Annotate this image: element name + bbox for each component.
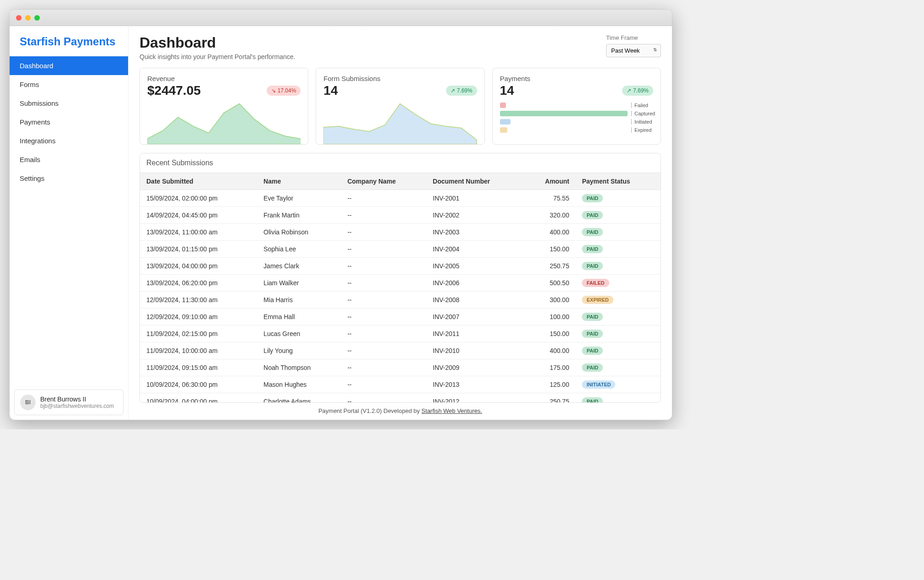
minimize-icon[interactable] [25, 15, 31, 21]
column-header: Payment Status [575, 173, 661, 190]
status-badge: PAID [582, 397, 602, 403]
card-title: Form Submissions [323, 75, 477, 82]
delta-badge: ↗ 7.69% [622, 86, 653, 96]
status-badge: PAID [582, 228, 602, 236]
card-forms: Form Submissions 14 ↗ 7.69% [316, 68, 484, 145]
column-header: Name [257, 173, 341, 190]
card-value: $2447.05 [147, 83, 201, 98]
table-row[interactable]: 14/09/2024, 04:45:00 pmFrank Martin--INV… [140, 207, 661, 224]
timeframe-select[interactable]: Past Week [606, 44, 661, 57]
status-badge: EXPIRED [582, 296, 613, 304]
titlebar [10, 10, 672, 26]
card-value: 14 [323, 83, 338, 98]
card-title: Revenue [147, 75, 301, 82]
sidebar-item-emails[interactable]: Emails [10, 150, 128, 169]
status-badge: PAID [582, 313, 602, 321]
timeframe-label: Time Frame [606, 34, 661, 41]
brand-logo: Starfish Payments [10, 26, 128, 56]
user-email: bjb@starfishwebventures.com [40, 403, 114, 409]
legend-bar [500, 103, 506, 108]
delta-badge: ↘ 17.04% [267, 86, 301, 96]
status-badge: INITIATED [582, 380, 615, 389]
table-row[interactable]: 12/09/2024, 09:10:00 amEmma Hall--INV-20… [140, 309, 661, 325]
trend-up-icon: ↗ [627, 87, 631, 94]
close-icon[interactable] [16, 15, 21, 21]
submissions-table: Date SubmittedNameCompany NameDocument N… [140, 173, 661, 403]
revenue-sparkline [147, 102, 301, 144]
table-row[interactable]: 10/09/2024, 04:00:00 pmCharlotte Adams--… [140, 393, 661, 403]
sidebar-item-dashboard[interactable]: Dashboard [10, 56, 128, 75]
payments-legend: FailedCapturedInitiatedExpired [500, 103, 653, 138]
footer: Payment Portal (V1.2.0) Developed by Sta… [140, 403, 661, 416]
forms-sparkline [323, 102, 477, 144]
delta-badge: ↗ 7.69% [446, 86, 477, 96]
status-badge: PAID [582, 262, 602, 270]
table-row[interactable]: 13/09/2024, 04:00:00 pmJames Clark--INV-… [140, 258, 661, 275]
status-badge: PAID [582, 194, 602, 202]
legend-row: Expired [500, 127, 653, 133]
column-header: Date Submitted [140, 173, 257, 190]
legend-label: Failed [631, 103, 653, 108]
table-row[interactable]: 13/09/2024, 06:20:00 pmLiam Walker--INV-… [140, 275, 661, 292]
status-badge: PAID [582, 211, 602, 219]
legend-row: Failed [500, 103, 653, 108]
table-row[interactable]: 11/09/2024, 10:00:00 amLily Young--INV-2… [140, 342, 661, 359]
page-subtitle: Quick insights into your Payment Portal'… [140, 53, 295, 60]
legend-label: Expired [631, 127, 653, 133]
legend-label: Initiated [631, 119, 653, 125]
card-payments: Payments 14 ↗ 7.69% FailedCapturedInitia… [492, 68, 661, 145]
status-badge: PAID [582, 363, 602, 372]
window-controls [16, 15, 40, 21]
column-header: Company Name [341, 173, 426, 190]
column-header: Amount [524, 173, 576, 190]
footer-link[interactable]: Starfish Web Ventures. [421, 407, 482, 414]
maximize-icon[interactable] [34, 15, 40, 21]
table-row[interactable]: 10/09/2024, 06:30:00 pmMason Hughes--INV… [140, 376, 661, 393]
sidebar: Starfish Payments DashboardFormsSubmissi… [10, 26, 129, 420]
sidebar-item-payments[interactable]: Payments [10, 113, 128, 131]
sidebar-item-integrations[interactable]: Integrations [10, 131, 128, 150]
legend-label: Captured [631, 111, 653, 116]
sidebar-item-submissions[interactable]: Submissions [10, 94, 128, 113]
user-card[interactable]: BI Brent Burrows II bjb@starfishwebventu… [14, 390, 124, 415]
nav: DashboardFormsSubmissionsPaymentsIntegra… [10, 56, 128, 385]
recent-submissions-panel: Recent Submissions Date SubmittedNameCom… [140, 153, 661, 403]
legend-bar [500, 119, 510, 125]
status-badge: PAID [582, 347, 602, 355]
table-row[interactable]: 12/09/2024, 11:30:00 amMia Harris--INV-2… [140, 292, 661, 309]
legend-bar [500, 127, 508, 133]
legend-row: Initiated [500, 119, 653, 125]
card-value: 14 [500, 83, 514, 98]
trend-down-icon: ↘ [271, 87, 276, 94]
legend-row: Captured [500, 111, 653, 116]
status-badge: PAID [582, 330, 602, 338]
page-title: Dashboard [140, 34, 295, 51]
card-title: Payments [500, 75, 653, 82]
table-row[interactable]: 13/09/2024, 01:15:00 pmSophia Lee--INV-2… [140, 241, 661, 258]
legend-bar [500, 111, 628, 116]
table-row[interactable]: 11/09/2024, 02:15:00 pmLucas Green--INV-… [140, 325, 661, 342]
user-name: Brent Burrows II [40, 396, 114, 403]
avatar: BI [20, 395, 36, 410]
sidebar-item-settings[interactable]: Settings [10, 169, 128, 188]
trend-up-icon: ↗ [451, 87, 455, 94]
panel-title: Recent Submissions [140, 153, 661, 173]
table-row[interactable]: 13/09/2024, 11:00:00 amOlivia Robinson--… [140, 224, 661, 241]
status-badge: PAID [582, 245, 602, 253]
column-header: Document Number [426, 173, 524, 190]
table-row[interactable]: 15/09/2024, 02:00:00 pmEve Taylor--INV-2… [140, 190, 661, 207]
card-revenue: Revenue $2447.05 ↘ 17.04% [140, 68, 308, 145]
table-row[interactable]: 11/09/2024, 09:15:00 amNoah Thompson--IN… [140, 359, 661, 376]
main-content: Dashboard Quick insights into your Payme… [129, 26, 672, 420]
status-badge: FAILED [582, 279, 609, 287]
app-window: Starfish Payments DashboardFormsSubmissi… [9, 9, 672, 420]
sidebar-item-forms[interactable]: Forms [10, 75, 128, 94]
